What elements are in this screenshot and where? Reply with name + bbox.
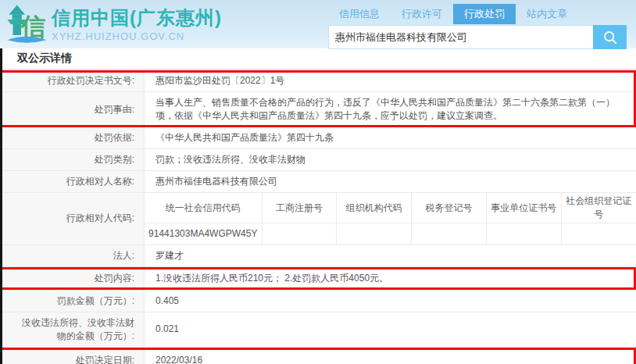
row-value: 惠州市福佳电器科技有限公司 bbox=[145, 171, 636, 192]
penalty-detail-table: 行政处罚决定书文号: 惠阳市监沙田处罚〔2022〕1号 处罚事由: 当事人生产、… bbox=[0, 70, 636, 364]
row-value: 当事人生产、销售质量不合格的产品的行为，违反了《中华人民共和国产品质量法》第二十… bbox=[145, 92, 636, 127]
row-value: 1.没收违法所得人民币210元； 2.处罚款人民币4050元。 bbox=[145, 267, 636, 290]
row-label: 罚款金额（万元）: bbox=[0, 291, 145, 312]
table-row: 没收违法所得、没收非法财物的金额（万元）: 0.021 bbox=[0, 312, 636, 348]
row-label: 处罚事由: bbox=[0, 92, 145, 127]
annotation-box-decision-and-reason: 行政处罚决定书文号: 惠阳市监沙田处罚〔2022〕1号 处罚事由: 当事人生产、… bbox=[0, 70, 636, 127]
code-col-header: 组织机构代码 bbox=[337, 193, 412, 223]
nav-tabs: 信用信息 行政许可 行政处罚 站内文章 bbox=[328, 5, 627, 23]
code-col-header: 统一社会信用代码 bbox=[145, 193, 262, 223]
code-cell bbox=[337, 223, 412, 244]
row-value: 惠阳市监沙田处罚〔2022〕1号 bbox=[145, 70, 636, 91]
svg-text:信: 信 bbox=[20, 12, 46, 41]
code-col-header: 社会组织登记证号 bbox=[561, 193, 636, 223]
row-value: 罚款；没收违法所得、没收非法财物 bbox=[145, 149, 636, 170]
table-row: 处罚依据: 《中华人民共和国产品质量法》第四十九条 bbox=[0, 127, 636, 149]
search-button[interactable] bbox=[593, 25, 627, 49]
row-value: 罗建才 bbox=[145, 245, 636, 266]
row-label: 处罚内容: bbox=[0, 267, 145, 290]
code-cell bbox=[412, 223, 487, 244]
search-input[interactable] bbox=[328, 25, 593, 49]
row-label: 处罚类别: bbox=[0, 149, 145, 170]
search-bar bbox=[328, 25, 627, 49]
entity-code-table: 统一社会信用代码 工商注册号 组织机构代码 税务登记号 事业单位证书号 社会组织… bbox=[145, 193, 636, 244]
header-right: 信用信息 行政许可 行政处罚 站内文章 bbox=[328, 5, 627, 49]
code-cell bbox=[262, 223, 337, 244]
row-label: 没收违法所得、没收非法财物的金额（万元）: bbox=[0, 312, 145, 347]
row-value: 0.405 bbox=[145, 291, 636, 312]
table-row-entity-codes: 行政相对人代码: 统一社会信用代码 工商注册号 组织机构代码 税务登记号 事业单… bbox=[0, 193, 636, 245]
brand-text: 信用中国(广东惠州) XYHZ.HUIZHOU.GOV.CN bbox=[52, 6, 222, 42]
site-logo-icon: 信 bbox=[5, 2, 48, 46]
page-title: 双公示详情 bbox=[17, 52, 72, 66]
table-row: 处罚类别: 罚款；没收违法所得、没收非法财物 bbox=[0, 149, 636, 171]
site-url: XYHZ.HUIZHOU.GOV.CN bbox=[52, 30, 222, 42]
row-label: 处罚依据: bbox=[0, 127, 145, 148]
row-label: 处罚决定日期: bbox=[0, 348, 145, 364]
tab-credit-info[interactable]: 信用信息 bbox=[328, 4, 391, 24]
table-row: 罚款金额（万元）: 0.405 bbox=[0, 291, 636, 312]
row-value: 0.021 bbox=[145, 312, 636, 347]
table-row: 行政处罚决定书文号: 惠阳市监沙田处罚〔2022〕1号 bbox=[0, 70, 636, 92]
table-row: 行政相对人名称: 惠州市福佳电器科技有限公司 bbox=[0, 171, 636, 193]
code-cell-unified-social-credit: 91441303MA4WGPW45Y bbox=[145, 223, 262, 244]
row-label: 行政相对人名称: bbox=[0, 171, 145, 192]
tab-admin-penalty[interactable]: 行政处罚 bbox=[453, 4, 516, 24]
annotation-box-penalty-content: 处罚内容: 1.没收违法所得人民币210元； 2.处罚款人民币4050元。 bbox=[0, 267, 636, 291]
code-cell bbox=[561, 223, 636, 244]
row-value: 2022/03/16 bbox=[145, 348, 636, 364]
site-header: 信 信用中国(广东惠州) XYHZ.HUIZHOU.GOV.CN 信用信息 行政… bbox=[0, 0, 636, 48]
tab-admin-license[interactable]: 行政许可 bbox=[391, 4, 453, 24]
code-col-header: 税务登记号 bbox=[412, 193, 487, 223]
site-brand: 信 信用中国(广东惠州) XYHZ.HUIZHOU.GOV.CN bbox=[5, 2, 222, 46]
code-col-header: 事业单位证书号 bbox=[486, 193, 561, 223]
code-cell bbox=[486, 223, 561, 244]
row-value: 《中华人民共和国产品质量法》第四十九条 bbox=[145, 127, 636, 148]
search-icon bbox=[602, 30, 618, 45]
section-bar: 双公示详情 bbox=[0, 48, 636, 70]
code-col-header: 工商注册号 bbox=[262, 193, 337, 223]
table-row: 处罚事由: 当事人生产、销售质量不合格的产品的行为，违反了《中华人民共和国产品质… bbox=[0, 92, 636, 127]
site-title: 信用中国(广东惠州) bbox=[52, 6, 222, 30]
window-edge-line bbox=[0, 48, 2, 364]
table-row: 法人: 罗建才 bbox=[0, 245, 636, 267]
tab-site-articles[interactable]: 站内文章 bbox=[516, 4, 578, 24]
row-value: 统一社会信用代码 工商注册号 组织机构代码 税务登记号 事业单位证书号 社会组织… bbox=[145, 193, 636, 244]
row-label: 行政处罚决定书文号: bbox=[0, 70, 145, 91]
annotation-box-decision-date: 处罚决定日期: 2022/03/16 bbox=[0, 348, 636, 364]
row-label: 行政相对人代码: bbox=[0, 193, 145, 244]
row-label: 法人: bbox=[0, 245, 145, 266]
